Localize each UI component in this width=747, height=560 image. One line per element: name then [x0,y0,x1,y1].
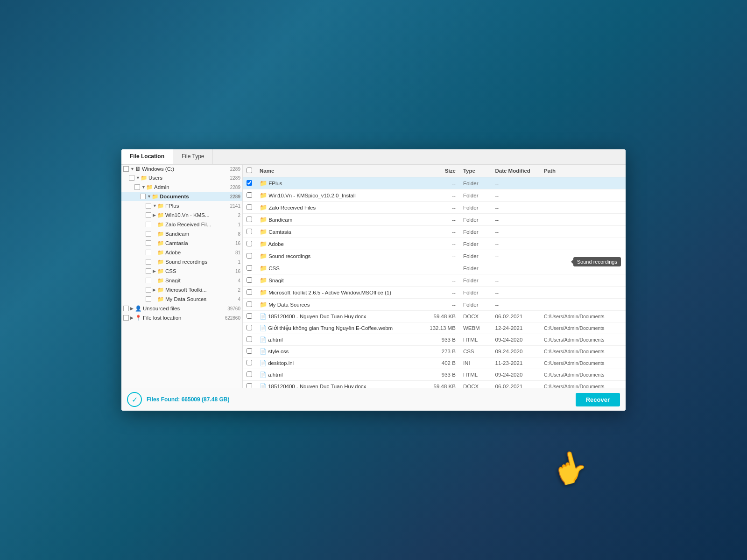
table-row[interactable]: 📄 style.css 273 B CSS 09-24-2020 C:/User… [243,346,626,357]
table-row[interactable]: 📁 Win10.Vn - KMSpico_v10.2.0_Install -- … [243,189,626,202]
row-checkbox-16[interactable] [243,369,256,381]
row-checkbox-9[interactable] [243,287,256,299]
sidebar-item-sound-recordings[interactable]: 📁 Sound recordings 1 [121,257,242,266]
row-checkbox-7[interactable] [243,262,256,274]
sidebar-item-documents[interactable]: ▼ 📁 Documents 2289 [121,192,242,201]
sidebar-item-fplus[interactable]: ▼ 📁 FPlus 2141 [121,201,242,210]
sidebar-item-win10kms[interactable]: ▶ 📁 Win10.Vn - KMS... 2 [121,210,242,220]
row-size-4: -- [416,226,459,238]
table-row[interactable]: 📄 Giới thiệu không gian Trung Nguyên E-C… [243,322,626,334]
row-checkbox-12[interactable] [243,322,256,334]
arrow-documents: ▼ [147,194,152,199]
row-checkbox-4[interactable] [243,226,256,238]
row-date-3: -- [491,214,540,226]
row-name-14: 📄 style.css [256,346,416,357]
row-checkbox-1[interactable] [243,189,256,202]
checkbox-my-data-sources[interactable] [146,296,151,302]
checkbox-documents[interactable] [140,194,146,199]
checkbox-camtasia[interactable] [146,240,151,246]
row-checkbox-10[interactable] [243,299,256,311]
row-checkbox-15[interactable] [243,357,256,369]
table-row[interactable]: 📁 Snagit -- Folder -- [243,274,626,287]
sidebar-item-adobe[interactable]: 📁 Adobe 81 [121,248,242,257]
checkbox-users[interactable] [129,175,134,181]
checkbox-win10kms[interactable] [146,212,151,218]
row-checkbox-6[interactable] [243,250,256,262]
row-checkbox-5[interactable] [243,238,256,250]
col-size[interactable]: Size [416,165,459,177]
row-date-17: 06-02-2021 [491,381,540,388]
sidebar-item-my-data-sources[interactable]: 📁 My Data Sources 4 [121,294,242,304]
row-checkbox-14[interactable] [243,346,256,357]
sidebar-item-snagit[interactable]: 📁 Snagit 4 [121,276,242,285]
checkbox-zalo[interactable] [146,222,151,227]
sidebar-count-sound-recordings: 1 [238,259,240,265]
table-row[interactable]: 📁 CSS -- Folder -- [243,262,626,274]
row-name-13: 📄 a.html [256,334,416,346]
sidebar-item-lost-location[interactable]: ▶ 📍 File lost location 622860 [121,313,242,322]
row-checkbox-3[interactable] [243,214,256,226]
row-checkbox-11[interactable] [243,311,256,322]
row-name-15: 📄 desktop.ini [256,357,416,369]
sidebar-item-css[interactable]: ▶ 📁 CSS 16 [121,266,242,276]
col-type[interactable]: Type [459,165,492,177]
row-size-6: -- [416,250,459,262]
table-row[interactable]: 📄 desktop.ini 402 B INI 11-23-2021 C:/Us… [243,357,626,369]
table-row[interactable]: 📁 Zalo Received Files -- Folder -- [243,202,626,214]
tab-file-type[interactable]: File Type [173,149,213,164]
sidebar-item-unsourced[interactable]: ▶ 👤 Unsourced files 39760 [121,304,242,313]
table-row[interactable]: 📄 a.html 933 B HTML 09-24-2020 C:/Users/… [243,334,626,346]
row-date-6: -- [491,250,540,262]
row-checkbox-0[interactable] [243,177,256,189]
sidebar-count-snagit: 4 [238,278,240,283]
checkbox-windows-c[interactable] [123,166,129,172]
sidebar-item-bandicam[interactable]: 📁 Bandicam 8 [121,229,242,238]
checkbox-unsourced[interactable] [123,306,129,311]
html-icon: 📄 [260,336,267,343]
tab-file-location[interactable]: File Location [121,149,173,164]
folder-icon: 📁 [260,240,267,247]
table-row[interactable]: 📁 FPlus -- Folder -- [243,177,626,189]
table-row[interactable]: 📁 Microsoft Toolkit 2.6.5 - Active Windo… [243,287,626,299]
checkbox-css[interactable] [146,268,151,274]
recover-button[interactable]: Recover [576,393,620,406]
row-checkbox-13[interactable] [243,334,256,346]
checkbox-lost-location[interactable] [123,315,129,321]
row-path-9 [540,287,626,299]
sidebar-item-ms-toolkit[interactable]: ▶ 📁 Microsoft Toolki... 2 [121,285,242,294]
sidebar-item-zalo[interactable]: 📁 Zalo Received Fil... 1 [121,220,242,229]
sidebar-label-sound-recordings: Sound recordings [165,259,236,265]
row-path-0 [540,177,626,189]
folder-icon: 📁 [260,192,267,199]
row-name-17: 📄 185120400 - Nguyen Duc Tuan Huy.docx [256,381,416,388]
row-checkbox-2[interactable] [243,202,256,214]
arrow-windows-c: ▼ [130,167,135,171]
checkbox-admin[interactable] [134,184,140,190]
col-date[interactable]: Date Modified [491,165,540,177]
checkbox-adobe[interactable] [146,250,151,255]
sidebar-count-ms-toolkit: 2 [238,287,240,293]
checkbox-snagit[interactable] [146,278,151,283]
sidebar-item-users[interactable]: ▼ 📁 Users 2289 [121,173,242,182]
table-row[interactable]: 📄 a.html 933 B HTML 09-24-2020 C:/Users/… [243,369,626,381]
sidebar-item-windows-c[interactable]: ▼ 🖥 Windows (C:) 2289 [121,165,242,173]
table-row[interactable]: 📁 Sound recordings -- Folder -- [243,250,626,262]
checkbox-sound-recordings[interactable] [146,259,151,265]
col-name[interactable]: Name [256,165,416,177]
folder-icon-adobe: 📁 [157,249,164,256]
table-row[interactable]: 📁 Bandicam -- Folder -- [243,214,626,226]
sidebar-item-admin[interactable]: ▼ 📁 Admin 2289 [121,182,242,192]
table-row[interactable]: 📄 185120400 - Nguyen Duc Tuan Huy.docx 5… [243,381,626,388]
row-checkbox-8[interactable] [243,274,256,287]
table-row[interactable]: 📁 My Data Sources -- Folder -- [243,299,626,311]
checkbox-bandicam[interactable] [146,231,151,237]
row-checkbox-17[interactable] [243,381,256,388]
checkbox-fplus[interactable] [146,203,151,209]
col-path[interactable]: Path [540,165,626,177]
sidebar-item-camtasia[interactable]: 📁 Camtasia 16 [121,238,242,248]
table-row[interactable]: 📄 185120400 - Nguyen Duc Tuan Huy.docx 5… [243,311,626,322]
table-row[interactable]: 📁 Camtasia -- Folder -- [243,226,626,238]
table-row[interactable]: 📁 Adobe -- Folder -- [243,238,626,250]
checkbox-ms-toolkit[interactable] [146,287,151,293]
row-date-12: 12-24-2021 [491,322,540,334]
